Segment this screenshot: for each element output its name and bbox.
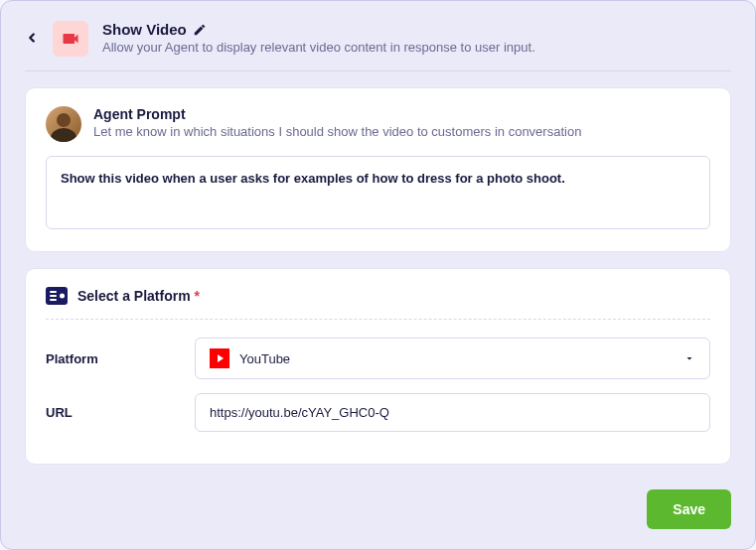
url-row: URL [46, 393, 710, 432]
edit-icon[interactable] [193, 23, 207, 37]
url-label: URL [46, 405, 175, 420]
page-container: Show Video Allow your Agent to display r… [0, 0, 756, 550]
platform-card: Select a Platform * Platform YouTube URL [25, 268, 731, 465]
video-icon [61, 29, 80, 49]
platform-select[interactable]: YouTube [195, 338, 710, 379]
list-icon [46, 287, 68, 305]
agent-prompt-card: Agent Prompt Let me know in which situat… [25, 87, 731, 252]
prompt-title: Agent Prompt [93, 106, 581, 122]
prompt-textarea[interactable]: Show this video when a user asks for exa… [46, 156, 710, 229]
title-row: Show Video [102, 21, 731, 38]
page-subtitle: Allow your Agent to display relevant vid… [102, 40, 731, 55]
agent-avatar [46, 106, 81, 142]
section-title-text: Select a Platform [77, 288, 191, 304]
section-title: Select a Platform * [77, 288, 200, 304]
chevron-down-icon [683, 352, 695, 364]
section-title-row: Select a Platform * [46, 287, 710, 320]
page-title: Show Video [102, 21, 187, 38]
platform-row: Platform YouTube [46, 338, 710, 379]
video-feature-icon [53, 21, 88, 57]
url-input[interactable] [195, 393, 710, 432]
youtube-icon [210, 348, 229, 368]
platform-value: YouTube [239, 351, 674, 366]
footer: Save [25, 476, 731, 529]
page-header: Show Video Allow your Agent to display r… [25, 21, 731, 71]
back-button[interactable] [25, 21, 39, 50]
prompt-header-text: Agent Prompt Let me know in which situat… [93, 106, 581, 139]
platform-label: Platform [46, 351, 175, 366]
required-marker: * [195, 288, 200, 304]
save-button[interactable]: Save [647, 489, 731, 529]
prompt-header: Agent Prompt Let me know in which situat… [46, 106, 710, 142]
header-text: Show Video Allow your Agent to display r… [102, 21, 731, 55]
prompt-description: Let me know in which situations I should… [93, 124, 581, 139]
